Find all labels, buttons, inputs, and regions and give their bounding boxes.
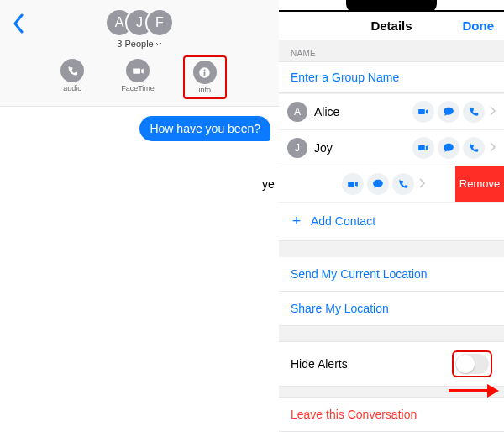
share-location-button[interactable]: Share My Location <box>279 292 504 326</box>
group-name-field[interactable]: Enter a Group Name <box>279 62 504 92</box>
info-button[interactable]: info <box>183 55 227 99</box>
video-icon <box>417 142 429 154</box>
swiped-contact-row[interactable]: ye Remove <box>279 166 504 203</box>
messages-conversation-screen: A J F 3 People audio FaceTime <box>0 0 279 432</box>
message-button[interactable] <box>438 101 459 123</box>
phone-icon <box>397 178 409 190</box>
svg-rect-2 <box>204 71 206 76</box>
message-area: How have you been? <box>0 106 279 141</box>
info-icon <box>193 61 217 84</box>
video-icon <box>126 59 150 82</box>
contact-name: Alice <box>314 105 406 119</box>
send-location-button[interactable]: Send My Current Location <box>279 257 504 292</box>
toggle-knob <box>456 355 475 373</box>
video-call-button[interactable] <box>412 101 434 123</box>
facetime-label: FaceTime <box>121 84 155 92</box>
plus-icon: + <box>291 213 302 230</box>
conversation-header: A J F 3 People audio FaceTime <box>0 0 279 106</box>
contact-actions <box>412 137 496 159</box>
contact-name: ye <box>262 177 335 191</box>
avatar: F <box>145 8 174 37</box>
add-contact-button[interactable]: + Add Contact <box>279 203 504 241</box>
chevron-down-icon <box>155 42 162 46</box>
header-actions: audio FaceTime info <box>0 55 279 106</box>
audio-call-button[interactable] <box>392 173 414 195</box>
done-button[interactable]: Done <box>463 18 495 33</box>
contact-actions <box>342 173 425 195</box>
chat-icon <box>443 142 454 154</box>
group-name-row[interactable]: Enter a Group Name <box>279 61 504 93</box>
spacer <box>279 241 504 257</box>
avatar: J <box>287 138 307 158</box>
chevron-right-icon <box>419 176 425 192</box>
video-icon <box>347 178 359 190</box>
annotation-highlight <box>452 350 492 377</box>
details-header: Details Done <box>279 12 504 40</box>
phone-icon <box>60 59 84 82</box>
video-icon <box>417 106 429 118</box>
contact-actions <box>412 101 496 123</box>
audio-label: audio <box>63 84 81 92</box>
leave-conversation-button[interactable]: Leave this Conversation <box>279 397 504 432</box>
people-count-label: 3 People <box>117 39 153 49</box>
hide-alerts-row: Hide Alerts <box>279 341 504 387</box>
contacts-list: A Alice J Joy ye <box>279 93 504 241</box>
video-call-button[interactable] <box>342 173 364 195</box>
phone-icon <box>468 142 480 154</box>
sent-message-bubble: How have you been? <box>139 116 270 141</box>
chevron-right-icon <box>490 104 496 119</box>
video-call-button[interactable] <box>412 137 434 159</box>
avatar: A <box>287 102 307 122</box>
spacer <box>279 326 504 342</box>
back-button[interactable] <box>12 13 24 37</box>
people-count[interactable]: 3 People <box>0 39 279 49</box>
message-button[interactable] <box>438 137 459 159</box>
contact-row[interactable]: A Alice <box>279 93 504 130</box>
chat-icon <box>443 106 454 118</box>
chat-icon <box>372 178 384 190</box>
annotation-arrow-icon <box>449 383 499 402</box>
swiped-contact-content: ye <box>254 166 430 202</box>
details-title: Details <box>370 18 412 33</box>
details-screen: Details Done NAME Enter a Group Name A A… <box>279 0 504 432</box>
facetime-button[interactable]: FaceTime <box>113 55 163 99</box>
audio-call-button[interactable] <box>463 101 485 123</box>
device-notch <box>279 0 504 12</box>
group-avatars: A J F <box>0 8 279 37</box>
hide-alerts-toggle[interactable] <box>455 354 489 374</box>
add-contact-label: Add Contact <box>311 214 375 228</box>
hide-alerts-label: Hide Alerts <box>291 357 348 371</box>
info-label: info <box>199 86 212 94</box>
message-button[interactable] <box>367 173 389 195</box>
contact-name: Joy <box>314 141 406 155</box>
contact-row[interactable]: J Joy <box>279 130 504 166</box>
remove-button[interactable]: Remove <box>455 166 504 202</box>
name-section-label: NAME <box>279 40 504 61</box>
phone-icon <box>468 106 480 118</box>
chevron-right-icon <box>490 140 496 155</box>
svg-point-1 <box>204 69 206 71</box>
audio-call-button[interactable] <box>463 137 485 159</box>
audio-button[interactable]: audio <box>52 55 92 99</box>
